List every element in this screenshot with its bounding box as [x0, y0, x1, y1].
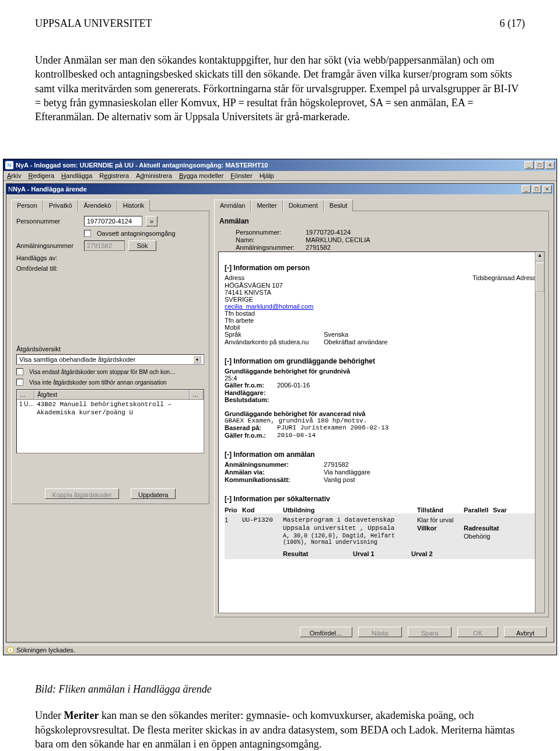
row-till: Klar för urval — [417, 516, 464, 523]
menu-arkiv[interactable]: Arkiv — [7, 172, 21, 179]
atgard-select[interactable]: Visa samtliga obehandlade åtgärdskoder ▼ — [16, 354, 204, 365]
tidsbegransad-label: Tidsbegränsad Adress — [473, 274, 536, 281]
konto-v: Obekräftad användare — [324, 338, 387, 345]
avanc-head: Grundläggande behörighet för avancerad n… — [225, 410, 536, 417]
left-panel: Personnummer » Oavsett antagningsomgång … — [11, 211, 209, 504]
omfordelat-label: Omfördelat till: — [16, 265, 80, 272]
anm3-v: Vanlig post — [324, 476, 355, 483]
minimize-button[interactable]: _ — [524, 161, 534, 169]
list-row-text: 43B02 Manuell behörighetskontroll – Akad… — [37, 401, 201, 416]
grund-from-l: Gäller fr.o.m: — [225, 382, 277, 389]
personnummer-input[interactable] — [84, 216, 142, 226]
atgard-listbox[interactable]: … Åtg/text … 1 U… 43B02 Manuell behörigh… — [16, 389, 204, 453]
avanc-examen: GBAEX Examen, grundnivå 180 hp/motsv. — [225, 417, 536, 424]
scroll-up-icon[interactable]: ▲ — [536, 252, 544, 261]
atgardsoversikt-label: Åtgärdsöversikt — [16, 345, 204, 352]
chk-annan-org-label: Visa inte åtgärdskoder som tillhör annan… — [29, 379, 167, 386]
th-svar: Svar — [493, 507, 507, 514]
menu-administrera[interactable]: Administrera — [136, 172, 172, 179]
doc-paragraph-1: Under Anmälan ser man den sökandes konta… — [35, 53, 525, 124]
right-content: ▲ [-] Information om person AdressTidsbe… — [218, 252, 545, 613]
inner-titlebar: N NyA - Handlägga ärende _ □ × — [6, 184, 554, 194]
adress-label: Adress — [225, 274, 324, 281]
doc-page: 6 (17) — [500, 18, 526, 30]
anmalan-heading: Anmälan — [219, 217, 544, 225]
sprak-l: Språk — [225, 331, 324, 338]
r-namn-l: Namn: — [236, 236, 306, 243]
r-anm-l: Anmälningsnummer: — [236, 244, 306, 251]
th-prio: Prio — [225, 507, 242, 514]
inner-window-title: NyA - Handlägga ärende — [13, 186, 522, 193]
menu-redigera[interactable]: Redigera — [28, 172, 54, 179]
inner-minimize-button[interactable]: _ — [522, 185, 531, 193]
omfordel-button[interactable]: Omfördel… — [300, 627, 352, 637]
inner-maximize-button[interactable]: □ — [532, 185, 541, 193]
scrollbar[interactable]: ▲ — [535, 252, 544, 613]
koppla-button[interactable]: Koppla åtgärdskoder — [45, 488, 120, 499]
email-link[interactable]: cecilia_marklund@hotmail.com — [225, 303, 313, 310]
r-namn-v: MARKLUND, CECILIA — [306, 236, 370, 243]
avbryt-button[interactable]: Avbryt — [504, 627, 547, 637]
section-person[interactable]: [-] Information om person — [225, 264, 536, 272]
adress-line3: SVERIGE — [225, 296, 536, 303]
list-header-2: Åtg/text — [34, 390, 190, 399]
app-icon: N — [5, 161, 13, 169]
personnummer-lookup-button[interactable]: » — [146, 216, 158, 226]
maximize-button[interactable]: □ — [535, 161, 544, 169]
list-header-3: … — [190, 390, 204, 399]
handlaggs-label: Handläggs av: — [16, 254, 80, 261]
r-pnr-v: 19770720-4124 — [306, 229, 351, 236]
spara-button[interactable]: Spara — [408, 627, 452, 637]
tab-anmalan[interactable]: Anmälan — [214, 200, 251, 211]
atgard-select-value: Visa samtliga obehandlade åtgärdskoder — [19, 356, 135, 363]
menu-fonster[interactable]: Fönster — [230, 172, 252, 179]
oavsett-checkbox[interactable] — [84, 230, 91, 237]
nasta-button[interactable]: Nästa — [358, 627, 402, 637]
tab-privatko[interactable]: Privatkö — [43, 200, 78, 211]
ok-button[interactable]: OK — [457, 627, 498, 637]
chk-stoppar-checkbox[interactable] — [16, 368, 23, 375]
inner-close-button[interactable]: × — [542, 185, 552, 193]
menu-hjalp[interactable]: Hjälp — [260, 172, 274, 179]
chk-stoppar-label: Visa endast åtgärdskoder som stoppar för… — [29, 369, 176, 375]
konto-l: Användarkonto på studera.nu — [225, 338, 324, 345]
anmalningsnummer-input[interactable] — [84, 240, 125, 251]
row-utb2: Uppsala universitet , Uppsala — [283, 525, 417, 532]
section-alt[interactable]: [-] Information per sökalternativ — [225, 495, 536, 503]
row-kod: UU-P1320 — [242, 516, 283, 523]
close-button[interactable]: × — [545, 161, 555, 169]
personnummer-label: Personnummer — [16, 218, 80, 225]
anm2-l: Anmälan via: — [225, 469, 324, 476]
list-row[interactable]: 1 U… 43B02 Manuell behörighetskontroll –… — [17, 400, 204, 417]
inner-window: N NyA - Handlägga ärende _ □ × Person Pr… — [6, 183, 554, 642]
uppdatera-button[interactable]: Uppdatera — [131, 488, 176, 499]
tab-meriter[interactable]: Meriter — [251, 200, 282, 211]
menu-registrera[interactable]: Registrera — [99, 172, 129, 179]
row-utb3: A, 30,0 (120,0), Dagtid, Helfart (100%),… — [283, 533, 417, 546]
tfn-arbete: Tfn arbete — [225, 317, 536, 324]
tab-person[interactable]: Person — [11, 200, 43, 211]
menu-bygga-modeller[interactable]: Bygga modeller — [179, 172, 223, 179]
doc-org: UPPSALA UNIVERSITET — [35, 18, 152, 30]
chevron-down-icon: ▼ — [193, 355, 201, 364]
list-header-1: … — [17, 390, 34, 399]
avanc-bas-l: Baserad på: — [225, 424, 277, 431]
section-anmalan[interactable]: [-] Information om anmälan — [225, 450, 536, 459]
chk-annan-org-checkbox[interactable] — [16, 379, 23, 386]
section-grund[interactable]: [-] Information om grundläggande behörig… — [225, 357, 536, 365]
r-pnr-l: Personnummer: — [236, 229, 306, 236]
app-window: N NyA - Inloggad som: UUERNDIE på UU - A… — [3, 159, 557, 655]
info-icon: i — [7, 647, 14, 654]
tab-beslut[interactable]: Beslut — [324, 200, 354, 211]
tab-dokument[interactable]: Dokument — [283, 200, 324, 211]
tab-historik[interactable]: Historik — [117, 200, 150, 211]
menu-handlagga[interactable]: Handlägga — [61, 172, 92, 179]
sok-button[interactable]: Sök — [128, 240, 156, 251]
anm3-l: Kommunikationssätt: — [225, 476, 324, 483]
statusbar: i Sökningen lyckades. — [4, 645, 556, 655]
grund-nivahead: Grundläggande behörighet för grundnivå — [225, 368, 536, 375]
row-radres-l: Radresultat — [464, 525, 499, 532]
scroll-thumb[interactable] — [536, 263, 544, 292]
avanc-from-l: Gäller fr.o.m.: — [225, 432, 277, 439]
tab-arendeko[interactable]: Ärendekö — [78, 200, 117, 211]
